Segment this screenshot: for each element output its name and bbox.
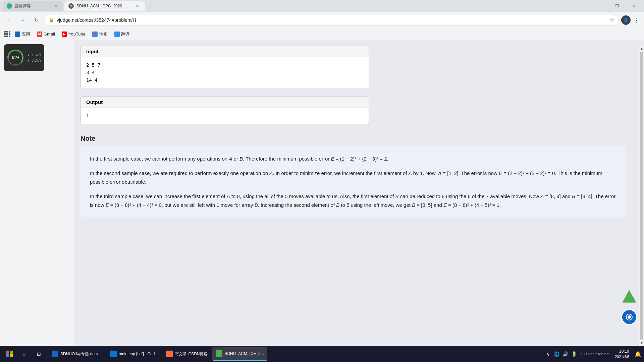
lock-icon: 🔒 xyxy=(49,17,54,22)
bookmark-apps[interactable]: 应用 xyxy=(12,31,33,38)
bookmark-apps-label: 应用 xyxy=(21,31,30,37)
upload-stat: ▲ 1.5k/s xyxy=(27,53,41,57)
bookmark-maps[interactable]: 📍 地图 xyxy=(90,31,110,38)
svg-marker-2 xyxy=(623,290,636,302)
tab-1-close[interactable]: ✕ xyxy=(52,3,59,9)
maximize-button[interactable]: ❐ xyxy=(609,1,625,11)
back-button[interactable]: ← xyxy=(4,15,15,25)
apps-grid-icon[interactable] xyxy=(4,31,11,38)
task-view-button[interactable]: ⊟ xyxy=(32,347,46,361)
profile-button[interactable]: 👤 xyxy=(621,15,631,25)
maincpp-app-label: main.cpp [sdf] - Cod... xyxy=(119,352,158,356)
svg-point-6 xyxy=(628,315,631,319)
taskbar-apps: SDNUOJ与专题.docx... main.cpp [sdf] - Cod..… xyxy=(48,347,267,361)
output-body: 1 xyxy=(81,108,369,123)
network-widget: 61% ▲ 1.5k/s ▼ 3.2k/s xyxy=(4,44,44,71)
maincpp-app-icon xyxy=(110,351,117,357)
taskbar-app-vjudge[interactable]: SDNU_ACM_ICE_2... xyxy=(212,347,267,361)
more-options-button[interactable]: ⋮ xyxy=(633,16,640,24)
scrollbar[interactable]: ▲ ▼ xyxy=(639,46,644,346)
address-bar[interactable]: 🔒 vjudge.net/contest/352474#problem/H ☆ xyxy=(44,15,619,25)
bookmark-gmail[interactable]: M Gmail xyxy=(34,31,58,38)
bookmark-gmail-label: Gmail xyxy=(44,32,55,37)
sdnuoj-app-icon xyxy=(52,351,58,357)
input-line-1: 2 5 7 xyxy=(86,61,363,69)
notification-center-icon[interactable]: 🔔 xyxy=(635,351,641,357)
close-button[interactable]: ✕ xyxy=(626,1,641,11)
taskbar-search-button[interactable]: ○ xyxy=(17,347,31,361)
new-tab-button[interactable]: + xyxy=(146,1,156,11)
bookmark-translate-label: 翻译 xyxy=(121,31,130,37)
output-section: Output 1 xyxy=(80,96,369,124)
page-inner: Input 2 5 7 3 4 14 4 Output 1 xyxy=(74,40,644,346)
scrollbar-down-button[interactable]: ▼ xyxy=(639,340,644,346)
tray-battery-icon[interactable]: 🔋 xyxy=(571,351,577,357)
note-box: In the first sample case, we cannot perf… xyxy=(80,146,626,218)
tab-2-favicon: ⚖ xyxy=(68,3,74,9)
tab-1-label: 蓝灵博客 xyxy=(15,3,50,9)
bookmark-youtube-label: YouTube xyxy=(68,32,86,37)
scroll-to-top-button[interactable] xyxy=(622,289,637,305)
cpu-meter: 61% xyxy=(7,49,24,66)
network-stats: ▲ 1.5k/s ▼ 3.2k/s xyxy=(27,53,41,62)
reload-button[interactable]: ↻ xyxy=(31,15,42,25)
sdnuoj-app-label: SDNUOJ与专题.docx... xyxy=(60,351,102,357)
content-with-scroll: Input 2 5 7 3 4 14 4 Output 1 xyxy=(74,46,644,346)
download-arrow-icon: ▼ xyxy=(27,59,30,62)
tab-1[interactable]: 🌐 蓝灵博客 ✕ xyxy=(3,1,63,11)
page-scroll-area: Input 2 5 7 3 4 14 4 Output 1 xyxy=(74,40,644,346)
tab-2-close[interactable]: ✕ xyxy=(134,3,141,9)
tray-sound-icon[interactable]: 🔊 xyxy=(562,351,569,357)
minimize-button[interactable]: — xyxy=(592,1,608,11)
bookmark-youtube[interactable]: ▶ YouTube xyxy=(59,31,88,38)
bookmark-star-icon[interactable]: ☆ xyxy=(609,17,614,23)
svg-rect-10 xyxy=(10,354,13,357)
clock-date: 2021/4/5 xyxy=(615,354,629,359)
input-body: 2 5 7 3 4 14 4 xyxy=(81,57,369,88)
bookmarks-bar: 应用 M Gmail ▶ YouTube 📍 地图 🌐 翻译 xyxy=(0,28,644,40)
bookmark-maps-label: 地图 xyxy=(99,31,108,37)
note-paragraph-2: In the second sample case, we are requir… xyxy=(90,169,616,186)
note-paragraph-1: In the first sample case, we cannot perf… xyxy=(90,155,616,163)
window-controls: — ❐ ✕ xyxy=(592,1,641,11)
taskbar-app-maincpp[interactable]: main.cpp [sdf] - Cod... xyxy=(107,347,161,361)
bookmark-translate[interactable]: 🌐 翻译 xyxy=(112,31,132,38)
download-stat: ▼ 3.2k/s xyxy=(27,58,41,62)
vjudge-app-label: SDNU_ACM_ICE_2... xyxy=(224,351,264,356)
tray-network-icon[interactable]: 🌐 xyxy=(553,351,560,357)
scrollbar-up-button[interactable]: ▲ xyxy=(639,46,644,51)
output-header: Output xyxy=(81,97,369,108)
cpu-percent: 61% xyxy=(12,56,19,60)
tab-2-label: SDNU_ACM_ICPC_2020_Winte xyxy=(76,4,131,8)
taskbar-app-sdnuoj[interactable]: SDNUOJ与专题.docx... xyxy=(48,347,105,361)
input-line-3: 14 4 xyxy=(86,76,363,84)
input-header: Input xyxy=(81,46,369,57)
browser-content: 61% ▲ 1.5k/s ▼ 3.2k/s xyxy=(0,40,644,346)
csdn-app-icon xyxy=(166,351,173,357)
nav-bar: ← → ↻ 🔒 vjudge.net/contest/352474#proble… xyxy=(0,12,644,28)
vjudge-app-icon xyxy=(216,350,222,357)
download-speed: 3.2k/s xyxy=(32,58,41,62)
address-text: vjudge.net/contest/352474#problem/H xyxy=(57,17,607,23)
taskbar-app-csdn[interactable]: 写文章-CSDN博客 xyxy=(163,347,211,361)
scrollbar-thumb[interactable] xyxy=(640,52,643,340)
full-page: 🌐 蓝灵博客 ✕ ⚖ SDNU_ACM_ICPC_2020_Winte ✕ + … xyxy=(0,0,644,362)
svg-rect-7 xyxy=(6,351,9,354)
svg-rect-9 xyxy=(6,354,9,357)
note-section: Note In the first sample case, we cannot… xyxy=(80,135,626,218)
tab-2[interactable]: ⚖ SDNU_ACM_ICPC_2020_Winte ✕ xyxy=(64,1,145,11)
system-tray: ∧ 🌐 🔊 🔋 2021blog.csdn.net xyxy=(544,351,609,357)
clock[interactable]: 20:19 2021/4/5 xyxy=(612,347,632,361)
left-sidebar: 61% ▲ 1.5k/s ▼ 3.2k/s xyxy=(0,40,74,346)
note-paragraph-3: In the third sample case, we can increas… xyxy=(90,192,616,209)
forward-button[interactable]: → xyxy=(17,15,28,25)
csdn-app-label: 写文章-CSDN博客 xyxy=(175,351,208,357)
output-value: 1 xyxy=(86,112,363,119)
input-section: Input 2 5 7 3 4 14 4 xyxy=(80,46,369,88)
start-button[interactable] xyxy=(3,347,16,361)
content-main: Input 2 5 7 3 4 14 4 Output 1 xyxy=(74,46,639,346)
input-line-2: 3 4 xyxy=(86,69,363,76)
tray-expand-icon[interactable]: ∧ xyxy=(544,351,551,357)
upload-arrow-icon: ▲ xyxy=(27,53,30,57)
chat-button[interactable] xyxy=(621,309,637,325)
